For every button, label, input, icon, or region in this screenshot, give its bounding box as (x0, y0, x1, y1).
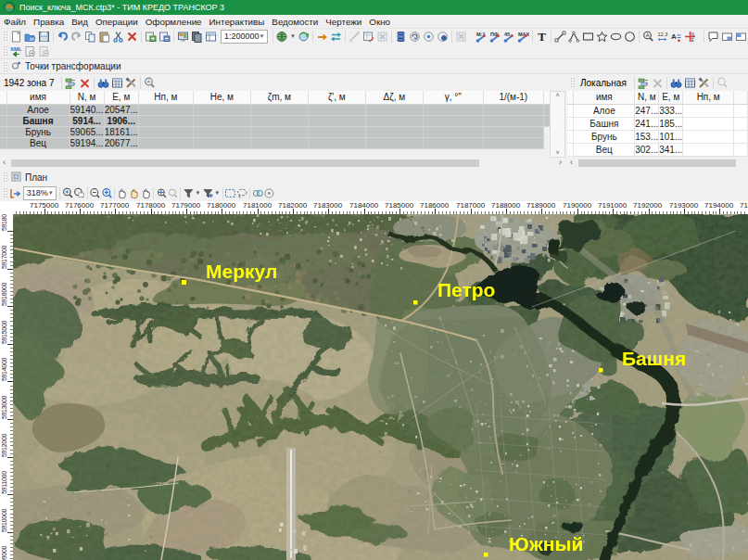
svg-text:T: T (538, 31, 546, 43)
svg-text:Южный: Южный (509, 533, 583, 554)
svg-text:12.3: 12.3 (657, 31, 667, 36)
svg-text:XML: XML (10, 46, 22, 52)
svg-text:N: N (691, 31, 694, 36)
svg-text:Меркул: Меркул (206, 261, 277, 282)
svg-text:Башня: Башня (622, 348, 686, 369)
svg-text:E: E (691, 37, 694, 43)
svg-text:45: 45 (504, 31, 510, 36)
svg-text:МАХ: МАХ (518, 31, 529, 36)
svg-text:A: A (646, 32, 650, 38)
svg-text:A: A (671, 32, 677, 41)
svg-text:Петро: Петро (437, 279, 495, 300)
